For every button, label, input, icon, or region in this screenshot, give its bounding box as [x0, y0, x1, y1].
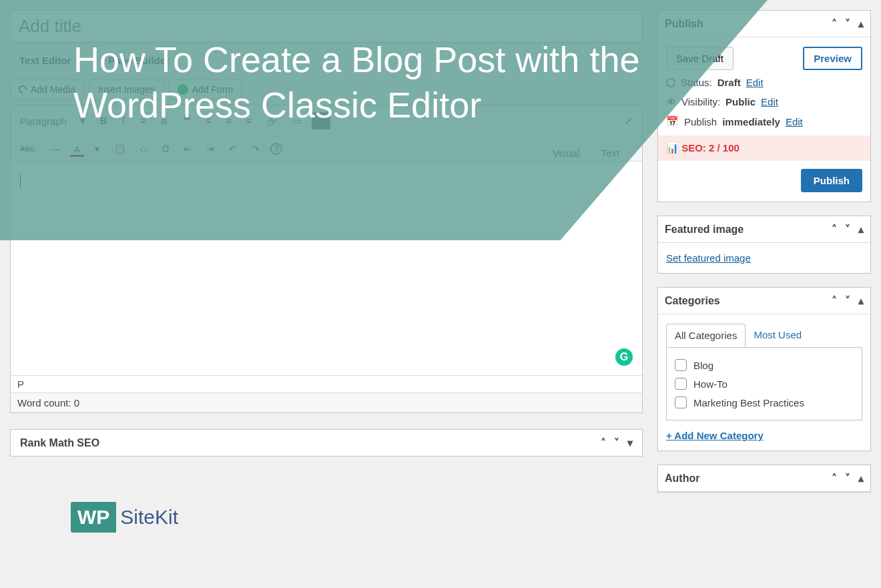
- category-label: How-To: [693, 378, 727, 390]
- help-icon[interactable]: ?: [270, 143, 282, 155]
- publish-panel: Publish ˄ ˅ ▴ Save Draft Preview Status:…: [657, 10, 871, 202]
- status-value: Draft: [717, 77, 741, 88]
- toolbar-toggle-icon[interactable]: [312, 112, 330, 129]
- caret-up-icon[interactable]: ▴: [858, 223, 864, 236]
- status-edit-link[interactable]: Edit: [746, 77, 764, 88]
- outdent-icon[interactable]: ⇤: [180, 141, 196, 157]
- format-select[interactable]: Paragraph▾: [16, 112, 89, 129]
- redo-icon[interactable]: ↷: [248, 141, 264, 157]
- categories-title: Categories: [665, 295, 720, 307]
- visibility-edit-link[interactable]: Edit: [761, 96, 778, 107]
- element-path: P: [11, 375, 642, 392]
- publish-time-label: Publish: [684, 116, 717, 127]
- form-icon: [178, 84, 188, 95]
- align-right-icon[interactable]: ≡: [242, 113, 256, 129]
- tab-most-used[interactable]: Most Used: [746, 324, 810, 347]
- visibility-label: Visibility:: [681, 96, 720, 107]
- word-count: Word count: 0: [11, 392, 642, 412]
- clear-format-icon[interactable]: ◇: [136, 141, 152, 157]
- featured-image-panel: Featured image ˄ ˅ ▴ Set featured image: [657, 216, 871, 274]
- tab-visual[interactable]: Visual: [545, 143, 588, 163]
- italic-icon[interactable]: I: [117, 113, 129, 129]
- align-left-icon[interactable]: ≡: [202, 113, 215, 129]
- special-char-icon[interactable]: Ω: [158, 141, 173, 157]
- editor-textarea[interactable]: G: [11, 162, 642, 375]
- chevron-up-icon[interactable]: ˄: [832, 223, 837, 236]
- category-item[interactable]: Marketing Best Practices: [675, 393, 854, 412]
- text-color-icon[interactable]: A: [70, 141, 84, 157]
- add-form-label: Add Form: [192, 84, 233, 95]
- add-form-button[interactable]: Add Form: [169, 79, 242, 99]
- checkbox-icon[interactable]: [675, 396, 687, 408]
- quote-icon[interactable]: ❝: [179, 109, 195, 132]
- rankmath-panel: Rank Math SEO ˄ ˅ ▾: [10, 429, 643, 457]
- publish-button[interactable]: Publish: [801, 169, 862, 192]
- checkbox-icon[interactable]: [675, 359, 687, 371]
- text-cursor: [20, 174, 21, 188]
- preview-button[interactable]: Preview: [803, 47, 862, 70]
- tab-page-builder[interactable]: Page Builder: [108, 55, 170, 66]
- eye-icon: 👁: [666, 96, 676, 107]
- indent-icon[interactable]: ⇥: [202, 141, 218, 157]
- caret-up-icon[interactable]: ▴: [858, 17, 864, 30]
- chevron-down-icon[interactable]: ˅: [845, 223, 850, 236]
- category-label: Marketing Best Practices: [693, 397, 804, 408]
- category-item[interactable]: How-To: [675, 374, 854, 393]
- number-list-icon[interactable]: ≣: [156, 113, 172, 129]
- caret-down-icon[interactable]: ▾: [627, 436, 633, 449]
- text-color-dropdown-icon[interactable]: ▾: [91, 141, 103, 157]
- publish-time-edit-link[interactable]: Edit: [786, 116, 803, 127]
- rankmath-title: Rank Math SEO: [20, 437, 99, 449]
- title-input[interactable]: [10, 10, 643, 43]
- bold-icon[interactable]: B: [96, 113, 111, 129]
- save-draft-button[interactable]: Save Draft: [666, 47, 733, 70]
- categories-panel: Categories ˄ ˅ ▴ All Categories Most Use…: [657, 287, 871, 451]
- set-featured-image-link[interactable]: Set featured image: [666, 252, 751, 264]
- add-media-label: Add Media: [31, 84, 75, 95]
- author-title: Author: [665, 473, 699, 485]
- logo-site: SiteKit: [116, 502, 182, 533]
- tab-text-editor[interactable]: Text Editor: [19, 55, 71, 66]
- chevron-down-icon[interactable]: ˅: [845, 472, 850, 485]
- chevron-down-icon[interactable]: ˅: [614, 436, 619, 449]
- publish-panel-title: Publish: [665, 18, 703, 30]
- hr-icon[interactable]: —: [46, 141, 63, 157]
- align-center-icon[interactable]: ≡: [222, 113, 236, 129]
- grammarly-icon[interactable]: G: [615, 348, 633, 366]
- chevron-down-icon[interactable]: ˅: [845, 294, 850, 307]
- add-category-link[interactable]: + Add New Category: [666, 430, 862, 441]
- wpsitekit-logo: WP SiteKit: [71, 502, 182, 533]
- tab-text-mode[interactable]: Text: [593, 143, 627, 163]
- bullet-list-icon[interactable]: ≡: [136, 113, 150, 129]
- author-panel: Author ˄ ˅ ▴: [657, 465, 871, 493]
- chevron-up-icon[interactable]: ˄: [832, 17, 837, 30]
- status-label: Status:: [681, 77, 712, 88]
- chevron-down-icon[interactable]: ˅: [845, 17, 850, 30]
- chevron-up-icon[interactable]: ˄: [832, 472, 837, 485]
- pin-icon: [666, 78, 675, 87]
- category-label: Blog: [693, 360, 713, 371]
- chevron-up-icon[interactable]: ˄: [832, 294, 837, 307]
- add-media-button[interactable]: Add Media: [10, 79, 84, 99]
- publish-time-value: immediately: [722, 116, 780, 127]
- readmore-icon[interactable]: ▭: [288, 113, 305, 129]
- tab-all-categories[interactable]: All Categories: [666, 324, 746, 347]
- chevron-up-icon[interactable]: ˄: [601, 436, 606, 449]
- category-item[interactable]: Blog: [675, 356, 854, 374]
- paste-icon[interactable]: 📋: [110, 141, 129, 157]
- format-select-label: Paragraph: [20, 115, 67, 127]
- caret-up-icon[interactable]: ▴: [858, 294, 864, 307]
- fullscreen-icon[interactable]: ⤢: [621, 113, 637, 129]
- link-icon[interactable]: 🔗: [262, 113, 282, 129]
- category-list: Blog How-To Marketing Best Practices: [666, 347, 862, 420]
- undo-icon[interactable]: ↶: [225, 141, 241, 157]
- checkbox-icon[interactable]: [675, 378, 687, 390]
- featured-image-title: Featured image: [665, 224, 744, 236]
- seo-icon: 📊: [666, 142, 679, 154]
- chevron-down-icon: ▾: [80, 115, 85, 127]
- strike-icon[interactable]: ABC: [16, 142, 39, 156]
- caret-up-icon[interactable]: ▴: [858, 472, 864, 485]
- insert-images-button[interactable]: Insert Images: [89, 79, 164, 99]
- logo-wp: WP: [71, 502, 116, 533]
- media-icon: [17, 84, 29, 95]
